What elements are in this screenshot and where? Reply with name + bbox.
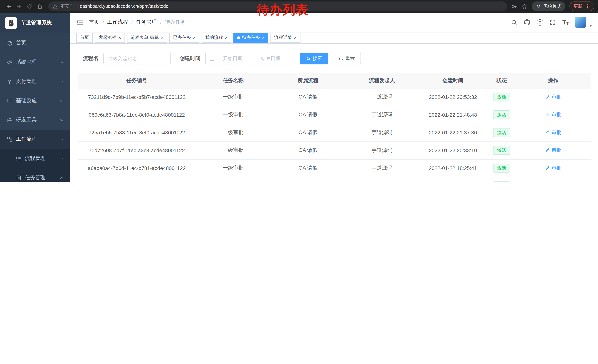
process-name-label: 流程名: [83, 55, 99, 62]
task-process: OA 请假: [271, 106, 346, 124]
task-name: 一级审批: [196, 124, 271, 141]
status-badge: 激活: [493, 128, 510, 137]
tab-bar: 首页 发起流程 × 流程表单-编辑 × 已办任务 × 我的流程 ×: [70, 32, 598, 44]
search-button[interactable]: 搜索: [300, 53, 328, 65]
breadcrumb-item-current: 待办任务: [165, 19, 186, 25]
task-id: 069c6a63-7b8a-11ec-8ef0-acde48001122: [78, 106, 196, 124]
breadcrumb-separator: /: [160, 19, 162, 25]
forward-icon[interactable]: [14, 1, 24, 11]
search-icon[interactable]: [511, 19, 518, 25]
close-icon[interactable]: ×: [161, 35, 163, 40]
tab-todo-tasks[interactable]: 待办任务 ×: [234, 33, 268, 42]
close-icon[interactable]: ×: [193, 35, 195, 40]
filter-bar: 流程名 创建时间 开始日期 - 结束日期 搜索: [83, 53, 590, 65]
sidebar-toggle[interactable]: [76, 18, 84, 26]
table-header-row: 任务编号 任务名称 所属流程 流程发起人 创建时间 状态 操作: [78, 73, 590, 88]
approve-link[interactable]: 审批: [545, 112, 561, 118]
task-name: 1.2: [196, 177, 271, 182]
task-created: 2022-01-21 22:43:55: [418, 177, 488, 182]
sidebar-item-process-management[interactable]: 流程管理: [0, 149, 70, 168]
column-header: 状态: [488, 73, 516, 88]
chevron-down-icon: [60, 99, 64, 102]
briefcase-icon: [7, 117, 13, 123]
key-icon[interactable]: [511, 3, 517, 9]
close-icon[interactable]: ×: [262, 35, 265, 40]
url-text: dashboard.yudao.iocoder.cn/bpm/task/todo: [80, 4, 168, 9]
reset-button[interactable]: 重置: [333, 53, 361, 65]
fullscreen-icon[interactable]: [549, 19, 556, 25]
sidebar-item-dev-tools[interactable]: 研发工具: [0, 110, 70, 129]
close-icon[interactable]: ×: [225, 35, 228, 40]
sidebar-item-payment[interactable]: ¥ 支付管理: [0, 72, 70, 91]
task-created: 2022-01-22 23:53:32: [418, 88, 488, 106]
approve-link[interactable]: 审批: [545, 94, 561, 100]
task-name: 一级审批: [196, 88, 271, 106]
yen-icon: ¥: [7, 79, 13, 84]
security-label: 不安全: [60, 3, 74, 9]
task-created: 2022-01-22 18:25:41: [418, 159, 488, 177]
breadcrumb-item[interactable]: 任务管理: [136, 19, 157, 25]
column-header: 创建时间: [418, 73, 488, 88]
close-icon[interactable]: ×: [118, 35, 121, 40]
tab-process-form-edit[interactable]: 流程表单-编辑 ×: [127, 33, 167, 42]
menu-kebab-icon[interactable]: ⋮: [585, 4, 590, 9]
active-dot: [237, 36, 240, 39]
column-header: 操作: [516, 73, 590, 88]
task-process: OA 请假: [271, 124, 346, 141]
font-size-icon[interactable]: TT: [562, 19, 569, 25]
column-header: 所属流程: [271, 73, 346, 88]
tab-my-process[interactable]: 我的流程 ×: [201, 33, 231, 42]
task-name: 一级审批: [196, 106, 271, 124]
task-process: OA 请假: [271, 141, 346, 159]
task-process: OA 请假: [271, 159, 346, 177]
github-icon[interactable]: [524, 19, 531, 25]
chevron-down-icon: [60, 80, 64, 83]
star-icon[interactable]: [521, 3, 528, 9]
navbar-actions: ? TT: [511, 17, 592, 28]
workflow-icon: [7, 136, 13, 142]
divider: [77, 4, 77, 9]
help-icon[interactable]: ?: [537, 19, 543, 25]
sidebar-item-workflow[interactable]: 工作流程: [0, 129, 70, 149]
incognito-label: 无痕模式: [544, 3, 561, 9]
approve-link[interactable]: 审批: [545, 129, 561, 136]
table-row: 73211d9d-7b9b-11ec-b5b7-acde48001122 一级审…: [78, 88, 590, 106]
task-table: 任务编号 任务名称 所属流程 流程发起人 创建时间 状态 操作: [78, 73, 590, 182]
reload-icon[interactable]: [25, 1, 34, 11]
task-starter: 芋道源码: [346, 106, 418, 124]
home-icon[interactable]: [35, 1, 44, 11]
process-name-input[interactable]: [103, 53, 171, 65]
annotation-text: 待办列表: [220, 3, 346, 17]
sidebar-item-home[interactable]: 首页: [0, 33, 70, 53]
sidebar-item-infrastructure[interactable]: 基础设施: [0, 91, 70, 110]
sidebar-item-system-management[interactable]: 系统管理: [0, 53, 70, 72]
status-badge: 激活: [493, 92, 510, 102]
sidebar-menu: 首页 系统管理 ¥ 支付管理 基础设施: [0, 33, 70, 182]
update-button[interactable]: 更新 ⋮: [569, 1, 594, 11]
back-icon[interactable]: [4, 1, 13, 11]
tab-home[interactable]: 首页: [76, 33, 93, 42]
date-range-picker[interactable]: 开始日期 - 结束日期: [205, 53, 291, 65]
tab-process-detail[interactable]: 流程详情 ×: [270, 33, 300, 42]
column-header: 任务名称: [196, 73, 271, 88]
sidebar-item-task-management[interactable]: 任务管理: [0, 168, 70, 182]
chevron-down-icon: [60, 60, 64, 64]
edit-icon: [545, 166, 550, 170]
breadcrumb-separator: /: [131, 19, 133, 25]
breadcrumb-item[interactable]: 首页: [89, 19, 99, 25]
logo-image: [5, 17, 17, 29]
breadcrumb-item[interactable]: 工作流程: [107, 19, 128, 25]
tab-done-tasks[interactable]: 已办任务 ×: [169, 33, 199, 42]
tab-start-process[interactable]: 发起流程 ×: [95, 33, 125, 42]
task-id: 8f0d1619-7ac8-11ec-a9e2-a2380e71991a: [78, 177, 196, 182]
warning-icon: [53, 4, 58, 9]
task-starter: 芋道源码: [346, 88, 418, 106]
approve-link[interactable]: 审批: [545, 165, 561, 171]
approve-link[interactable]: 审批: [545, 147, 561, 154]
avatar[interactable]: [575, 17, 586, 28]
search-icon: [306, 56, 311, 61]
app-logo[interactable]: 芋道管理系统: [0, 13, 70, 33]
gear-icon: [7, 59, 13, 65]
close-icon[interactable]: ×: [294, 35, 297, 40]
chevron-down-icon: [589, 25, 592, 26]
